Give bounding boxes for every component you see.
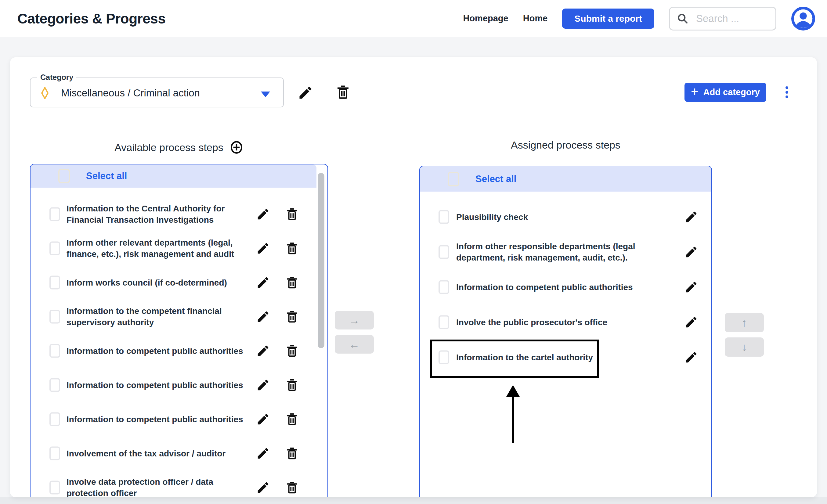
search-input[interactable]: [696, 13, 763, 24]
delete-item-icon[interactable]: [285, 310, 299, 324]
diamond-icon: [41, 87, 49, 99]
annotation-arrow-icon: [504, 385, 522, 444]
assigned-column-title: Assigned process steps: [419, 139, 712, 151]
page-title: Categories & Progress: [17, 0, 165, 37]
assigned-process-steps-list: Select all Plausibility check Inform oth…: [419, 166, 712, 497]
item-checkbox[interactable]: [439, 280, 449, 294]
list-item[interactable]: Information to competent public authorit…: [31, 334, 328, 368]
list-item[interactable]: Information to the cartel authority: [420, 340, 711, 374]
move-left-button[interactable]: ←: [335, 335, 374, 354]
arrow-left-icon: ←: [349, 338, 360, 351]
more-options-kebab-icon[interactable]: [781, 86, 792, 99]
delete-category-button[interactable]: [335, 84, 351, 100]
account-avatar-icon[interactable]: [791, 6, 815, 31]
search-box[interactable]: [669, 7, 776, 31]
dropdown-caret-icon: [261, 92, 270, 97]
list-item-label: Information to competent public authorit…: [66, 380, 253, 391]
list-item[interactable]: Plausibility check: [420, 199, 711, 234]
category-select[interactable]: Category Miscellaneous / Criminal action: [30, 78, 284, 107]
item-checkbox[interactable]: [49, 481, 60, 495]
edit-item-icon[interactable]: [256, 275, 270, 290]
item-checkbox[interactable]: [49, 344, 60, 358]
arrow-right-icon: →: [349, 314, 360, 327]
list-item[interactable]: Information to the Central Authority for…: [31, 197, 328, 231]
edit-item-icon[interactable]: [256, 412, 270, 426]
edit-item-icon[interactable]: [256, 344, 270, 358]
list-item-label: Plausibility check: [456, 211, 664, 222]
add-category-button[interactable]: + Add category: [684, 83, 766, 102]
list-item[interactable]: Information to competent public authorit…: [420, 269, 711, 304]
scrollbar-thumb[interactable]: [318, 173, 325, 348]
move-down-button[interactable]: ↓: [725, 338, 764, 357]
delete-item-icon[interactable]: [285, 378, 299, 392]
edit-item-icon[interactable]: [256, 378, 270, 392]
move-up-button[interactable]: ↑: [725, 313, 764, 332]
page-bottom-strip: [0, 497, 827, 504]
arrow-up-icon: ↑: [741, 316, 747, 329]
list-item[interactable]: Involve the public prosecutor's office: [420, 304, 711, 340]
edit-item-icon[interactable]: [684, 245, 698, 259]
delete-item-icon[interactable]: [285, 275, 299, 290]
list-item-label: Involvement of the tax advisor / auditor: [66, 448, 253, 459]
item-checkbox[interactable]: [49, 378, 60, 392]
item-checkbox[interactable]: [439, 350, 449, 364]
edit-item-icon[interactable]: [256, 310, 270, 324]
item-checkbox[interactable]: [49, 412, 60, 426]
list-inner-border: [325, 164, 325, 497]
search-icon: [676, 12, 689, 25]
select-all-checkbox[interactable]: [448, 172, 459, 187]
edit-item-icon[interactable]: [684, 210, 698, 224]
delete-item-icon[interactable]: [285, 207, 299, 221]
item-checkbox[interactable]: [49, 207, 60, 221]
item-checkbox[interactable]: [439, 245, 449, 259]
edit-item-icon[interactable]: [684, 280, 698, 294]
available-process-steps-list: Select all Information to the Central Au…: [30, 164, 328, 497]
available-title-text: Available process steps: [114, 142, 224, 153]
list-item-label: Involve the public prosecutor's office: [456, 316, 664, 327]
list-item-label: Information to competent public authorit…: [66, 345, 253, 357]
delete-item-icon[interactable]: [285, 344, 299, 358]
assigned-title-text: Assigned process steps: [511, 139, 620, 151]
delete-item-icon[interactable]: [285, 241, 299, 255]
item-checkbox[interactable]: [49, 276, 60, 290]
available-rows: Information to the Central Authority for…: [31, 188, 328, 497]
list-item[interactable]: Information to competent public authorit…: [31, 402, 328, 436]
list-item[interactable]: Inform works council (if co-determined): [31, 265, 328, 300]
edit-item-icon[interactable]: [256, 446, 270, 460]
list-item[interactable]: Information to competent public authorit…: [31, 368, 328, 402]
edit-item-icon[interactable]: [256, 481, 270, 495]
add-process-step-icon[interactable]: [230, 140, 244, 154]
list-item[interactable]: Information to the competent financial s…: [31, 300, 328, 334]
nav-link-home[interactable]: Home: [523, 13, 548, 23]
item-checkbox[interactable]: [49, 242, 60, 255]
nav-link-homepage[interactable]: Homepage: [463, 13, 508, 23]
add-category-label: Add category: [703, 87, 760, 97]
move-right-button[interactable]: →: [335, 311, 374, 330]
delete-item-icon[interactable]: [285, 481, 299, 495]
edit-item-icon[interactable]: [684, 350, 698, 364]
edit-item-icon[interactable]: [256, 241, 270, 255]
edit-item-icon[interactable]: [256, 207, 270, 221]
select-all-checkbox[interactable]: [58, 169, 70, 183]
list-item-label: Information to the cartel authority: [456, 351, 664, 363]
item-checkbox[interactable]: [49, 447, 60, 460]
item-checkbox[interactable]: [439, 315, 449, 329]
available-select-all-row[interactable]: Select all: [31, 164, 317, 188]
select-all-label: Select all: [476, 173, 516, 185]
item-checkbox[interactable]: [49, 310, 60, 324]
edit-item-icon[interactable]: [684, 315, 698, 329]
list-item-label: Information to the competent financial s…: [66, 305, 253, 328]
delete-item-icon[interactable]: [285, 446, 299, 460]
list-item[interactable]: Involvement of the tax advisor / auditor: [31, 436, 328, 470]
assigned-select-all-row[interactable]: Select all: [420, 166, 711, 192]
list-item[interactable]: Inform other responsible departments (le…: [420, 234, 711, 269]
main-card: Category Miscellaneous / Criminal action…: [10, 57, 817, 497]
list-item-label: Information to competent public authorit…: [66, 414, 253, 425]
edit-category-button[interactable]: [297, 85, 313, 101]
list-item[interactable]: Involve data protection officer / data p…: [31, 470, 328, 497]
delete-item-icon[interactable]: [285, 412, 299, 426]
submit-report-button[interactable]: Submit a report: [562, 8, 654, 29]
item-checkbox[interactable]: [439, 210, 449, 223]
list-item[interactable]: Inform other relevant departments (legal…: [31, 231, 328, 265]
list-item-label: Information to the Central Authority for…: [66, 203, 253, 225]
